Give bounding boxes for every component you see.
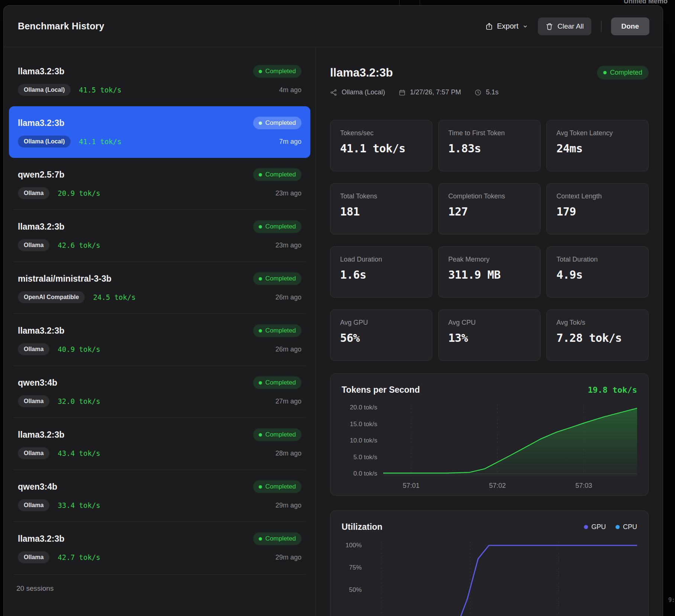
page-title: Benchmark History (18, 21, 104, 32)
stat-label: Peak Memory (448, 256, 530, 263)
stat-value: 24ms (556, 142, 639, 155)
list-item[interactable]: mistralai/ministral-3-3b Completed OpenA… (9, 262, 310, 314)
background-divider (399, 0, 400, 5)
export-button[interactable]: Export (485, 22, 528, 30)
status-label: Completed (265, 68, 296, 75)
time-ago: 28m ago (275, 450, 301, 457)
tokens-line-chart (383, 405, 637, 477)
y-axis-tick-label: 15.0 tok/s (350, 421, 377, 428)
y-axis-tick-label: 50% (349, 586, 362, 594)
session-row-top: llama3.2:3b Completed (18, 324, 301, 337)
speed-value: 32.0 tok/s (58, 397, 100, 405)
list-item[interactable]: llama3.2:3b Completed Ollama 43.4 tok/s … (9, 418, 310, 470)
legend-label: GPU (591, 523, 606, 531)
clear-all-button[interactable]: Clear All (538, 17, 591, 35)
provider-tag: Ollama (18, 499, 49, 511)
speed-value: 43.4 tok/s (58, 449, 100, 457)
status-label: Completed (265, 119, 296, 127)
stat-value: 127 (448, 205, 530, 218)
utilization-line-chart (368, 542, 637, 616)
status-label: Completed (265, 171, 296, 178)
legend-dot-icon (616, 525, 620, 529)
list-item[interactable]: qwen3:4b Completed Ollama 32.0 tok/s 27m… (9, 366, 310, 418)
status-label: Completed (265, 483, 296, 490)
session-list-footer: 20 sessions (13, 574, 306, 602)
status-label: Completed (610, 69, 642, 77)
tokens-chart-plot: 57:0157:0257:03 (383, 405, 637, 477)
time-ago: 7m ago (279, 138, 301, 146)
datetime-meta: 1/27/26, 7:57 PM (398, 88, 461, 96)
session-row-bottom: Ollama 43.4 tok/s 28m ago (18, 447, 301, 459)
provider-tag: Ollama (18, 239, 49, 251)
session-row-top: qwen2.5:7b Completed (18, 168, 301, 181)
header-divider (601, 21, 601, 32)
modal-header: Benchmark History Export (4, 6, 663, 47)
stat-card: Total Tokens 181 (330, 183, 432, 234)
model-name: llama3.2:3b (18, 118, 64, 128)
provider-tag: Ollama (18, 447, 49, 459)
session-row-top: qwen3:4b Completed (18, 376, 301, 389)
chart-header: Tokens per Second 19.8 tok/s (342, 385, 637, 395)
status-badge: Completed (253, 168, 301, 181)
list-item[interactable]: llama3.2:3b Completed Ollama (Local) 41.… (9, 55, 310, 106)
y-axis-tick-label: 100% (346, 542, 362, 549)
x-axis-tick-label: 57:03 (575, 482, 592, 490)
calendar-icon (398, 89, 406, 96)
stat-card: Tokens/sec 41.1 tok/s (330, 120, 432, 171)
y-axis-tick-label: 5.0 tok/s (353, 454, 377, 461)
session-row-bottom: Ollama 33.4 tok/s 29m ago (18, 499, 301, 511)
stat-card: Avg Tok/s 7.28 tok/s (546, 309, 649, 361)
network-icon (330, 89, 338, 96)
session-row-bottom: Ollama (Local) 41.5 tok/s 4m ago (18, 84, 301, 96)
stat-value: 311.9 MB (448, 268, 530, 281)
model-name: mistralai/ministral-3-3b (18, 274, 112, 284)
list-item[interactable]: qwen3:4b Completed Ollama 33.4 tok/s 29m… (9, 470, 310, 522)
session-row-bottom: Ollama 42.7 tok/s 29m ago (18, 551, 301, 563)
y-axis-labels: 20.0 tok/s15.0 tok/s10.0 tok/s5.0 tok/s0… (342, 405, 383, 477)
status-dot-icon (259, 70, 262, 73)
speed-value: 41.5 tok/s (79, 86, 121, 94)
status-label: Completed (265, 535, 296, 542)
status-badge: Completed (253, 220, 301, 233)
speed-value: 24.5 tok/s (93, 293, 135, 301)
status-label: Completed (265, 327, 296, 334)
status-badge: Completed (253, 428, 301, 441)
session-list-pane: llama3.2:3b Completed Ollama (Local) 41.… (4, 47, 316, 616)
status-dot-icon (259, 537, 262, 541)
stat-value: 4.9s (556, 268, 639, 281)
provider-tag: Ollama (18, 187, 49, 199)
session-row-top: llama3.2:3b Completed (18, 117, 301, 129)
status-label: Completed (265, 223, 296, 230)
stat-value: 1.83s (448, 142, 530, 155)
list-item[interactable]: llama3.2:3b Completed Ollama (Local) 41.… (9, 106, 310, 158)
list-item[interactable]: llama3.2:3b Completed Ollama 42.6 tok/s … (9, 210, 310, 262)
status-dot-icon (259, 225, 262, 228)
detail-model-name: llama3.2:3b (330, 66, 393, 80)
model-name: qwen3:4b (18, 378, 57, 388)
status-dot-icon (259, 121, 262, 125)
status-dot-icon (259, 381, 262, 385)
trash-icon (545, 22, 553, 30)
y-axis-tick-label: 0.0 tok/s (353, 470, 377, 477)
status-badge: Completed (253, 65, 301, 78)
stat-label: Tokens/sec (340, 129, 422, 137)
status-dot-icon (259, 277, 262, 281)
list-item[interactable]: llama3.2:3b Completed Ollama 42.7 tok/s … (9, 522, 310, 574)
legend-item: CPU (616, 523, 637, 531)
stat-card: Avg Token Latency 24ms (546, 120, 649, 171)
y-axis-tick-label: 20.0 tok/s (350, 404, 377, 411)
model-name: llama3.2:3b (18, 222, 64, 232)
status-dot-icon (259, 433, 262, 437)
provider-meta: Ollama (Local) (330, 88, 385, 96)
session-row-bottom: Ollama (Local) 41.1 tok/s 7m ago (18, 136, 301, 147)
list-item[interactable]: qwen2.5:7b Completed Ollama 20.9 tok/s 2… (9, 158, 310, 210)
speed-value: 41.1 tok/s (79, 137, 121, 146)
done-button[interactable]: Done (611, 17, 650, 35)
detail-header: llama3.2:3b Completed (330, 66, 649, 80)
list-item[interactable]: llama3.2:3b Completed Ollama 40.9 tok/s … (9, 314, 310, 366)
model-name: llama3.2:3b (18, 534, 64, 544)
model-name: qwen3:4b (18, 482, 57, 492)
session-list: llama3.2:3b Completed Ollama (Local) 41.… (4, 47, 316, 574)
provider-tag: Ollama (18, 343, 49, 355)
status-badge: Completed (253, 272, 301, 285)
